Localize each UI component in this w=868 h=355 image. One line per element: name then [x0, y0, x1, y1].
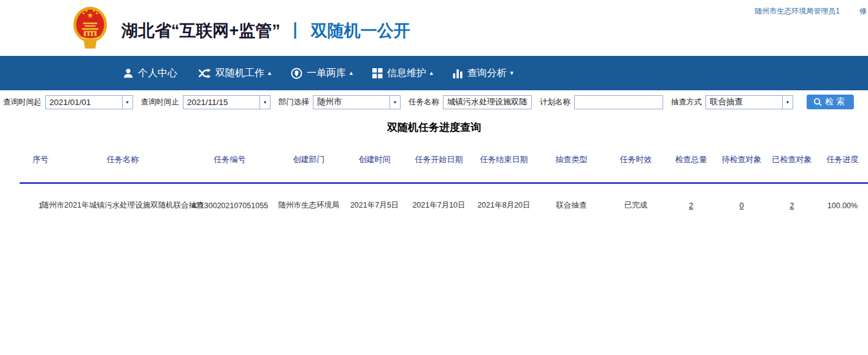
col-seq: 序号 [20, 154, 61, 165]
nav-item-personal-center[interactable]: 个人中心 [123, 67, 180, 80]
row-task-status: 已完成 [606, 200, 666, 211]
nav-item-query-analysis[interactable]: 查询分析 ▼ [453, 67, 515, 80]
nav-arrow-up: ▲ [267, 70, 272, 76]
row-create-dept: 随州市生态环境局 [275, 200, 342, 211]
page-title: 双随机任务进度查询 [0, 120, 868, 135]
col-progress: 任务进度 [817, 154, 868, 165]
site-title-product: 双随机一公开 [311, 21, 410, 40]
nav-arrow-up: ▲ [348, 70, 354, 76]
nav-item-label: 信息维护 [387, 67, 426, 80]
row-check-type: 联合抽查 [537, 200, 606, 211]
topbar-right-link[interactable]: 修 [859, 6, 867, 17]
end-time-value[interactable]: 2021/11/15 [183, 96, 259, 109]
target-pin-icon [291, 68, 302, 79]
col-pending-objects: 待检查对象 [716, 154, 767, 165]
start-time-picker[interactable]: 2021/01/01 ▼ [45, 95, 133, 109]
shuffle-icon [198, 68, 211, 79]
search-icon [813, 98, 822, 106]
search-button-label: 检索 [825, 96, 847, 107]
bar-chart-icon [453, 68, 463, 79]
checked-objects-link[interactable]: 2 [790, 201, 794, 210]
task-name-label: 任务名称 [409, 97, 439, 107]
site-title-divider: 丨 [287, 21, 304, 40]
check-mode-select[interactable]: 联合抽查 ▼ [705, 95, 793, 109]
start-time-value[interactable]: 2021/01/01 [46, 96, 122, 109]
department-value[interactable]: 随州市 [313, 96, 390, 109]
plan-name-input[interactable] [574, 95, 663, 109]
task-progress-table: 序号 任务名称 任务编号 创建部门 创建时间 任务开始日期 任务结束日期 抽查类… [20, 154, 868, 211]
filter-bar: 查询时间起 2021/01/01 ▼ 查询时间止 2021/11/15 ▼ 部门… [0, 90, 868, 114]
nav-item-one-list-two-bases[interactable]: 一单两库 ▲ [291, 67, 354, 80]
col-task-name: 任务名称 [61, 154, 184, 165]
main-nav: 个人中心 双随机工作 ▲ 一单两库 ▲ 信息维护 ▲ 查询分析 ▼ [0, 56, 868, 90]
plan-name-label: 计划名称 [540, 97, 570, 107]
table-header-row: 序号 任务名称 任务编号 创建部门 创建时间 任务开始日期 任务结束日期 抽查类… [20, 154, 868, 165]
chevron-down-icon[interactable]: ▼ [390, 96, 400, 109]
nav-item-info-maintenance[interactable]: 信息维护 ▲ [372, 67, 434, 80]
chevron-down-icon[interactable]: ▼ [782, 96, 793, 109]
nav-item-label: 个人中心 [138, 67, 177, 80]
col-start-date: 任务开始日期 [407, 154, 471, 165]
chevron-down-icon[interactable]: ▼ [122, 96, 133, 109]
site-title-region: 湖北省“互联网+监管” [121, 21, 280, 40]
end-time-picker[interactable]: 2021/11/15 ▼ [183, 95, 271, 109]
row-task-name: 随州市2021年城镇污水处理设施双随机联合抽查 [61, 200, 184, 211]
col-check-type: 抽查类型 [537, 154, 606, 165]
row-create-time: 2021年7月5日 [342, 200, 407, 211]
check-mode-value[interactable]: 联合抽查 [706, 96, 782, 109]
row-progress: 100.00% [817, 200, 868, 211]
table-row: 1 随州市2021年城镇污水处理设施双随机联合抽查 42130020210705… [20, 200, 868, 211]
nav-item-double-random-work[interactable]: 双随机工作 ▲ [198, 67, 272, 80]
search-button[interactable]: 检索 [807, 95, 854, 109]
col-end-date: 任务结束日期 [471, 154, 537, 165]
start-time-label: 查询时间起 [3, 97, 42, 107]
nav-item-label: 查询分析 [467, 67, 507, 80]
total-checks-link[interactable]: 2 [689, 201, 693, 210]
user-icon [123, 68, 134, 79]
national-emblem-logo [72, 5, 108, 50]
col-create-time: 创建时间 [342, 154, 407, 165]
grid-icon [372, 68, 383, 79]
col-total-checks: 检查总量 [666, 154, 716, 165]
chevron-down-icon[interactable]: ▼ [259, 96, 270, 109]
row-end-date: 2021年8月20日 [471, 200, 537, 211]
nav-item-label: 双随机工作 [215, 67, 264, 80]
nav-arrow-up: ▲ [429, 70, 434, 76]
nav-arrow-down: ▼ [509, 70, 515, 76]
check-mode-label: 抽查方式 [671, 97, 702, 107]
site-title: 湖北省“互联网+监管” 丨 双随机一公开 [121, 20, 410, 42]
row-start-date: 2021年7月10日 [407, 200, 471, 211]
end-time-label: 查询时间止 [141, 97, 180, 107]
row-task-no: 421300202107051055 [184, 200, 275, 211]
header-divider-line [20, 182, 868, 184]
logged-in-user: 随州市生态环境局管理员1 [755, 6, 840, 17]
department-label: 部门选择 [278, 97, 309, 107]
nav-item-label: 一单两库 [307, 67, 346, 80]
col-task-no: 任务编号 [184, 154, 275, 165]
department-select[interactable]: 随州市 ▼ [313, 95, 401, 109]
pending-objects-link[interactable]: 0 [740, 201, 744, 210]
task-name-input[interactable] [443, 95, 532, 109]
col-create-dept: 创建部门 [275, 154, 342, 165]
top-header: 随州市生态环境局管理员1 修 湖北省“互联网+监管” 丨 双随机一公开 [0, 0, 868, 56]
col-task-status: 任务时效 [606, 154, 666, 165]
col-checked-objects: 已检查对象 [767, 154, 817, 165]
